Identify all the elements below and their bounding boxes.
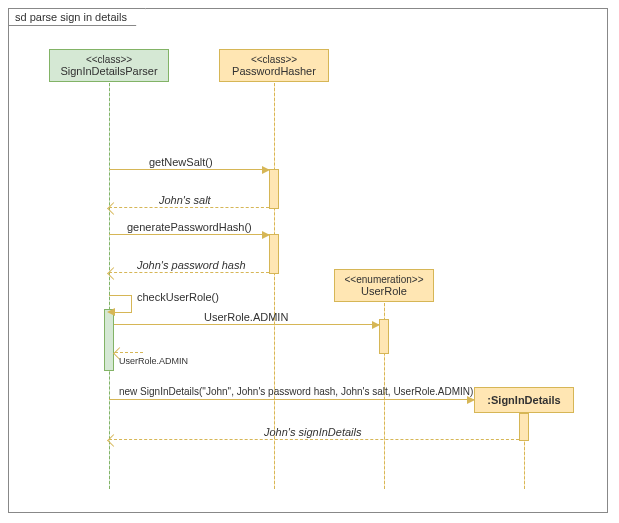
msg-label: UserRole.ADMIN [204,311,288,323]
activation-parser-self [104,309,114,371]
arrow-head-icon [262,166,270,174]
lifeline-name: PasswordHasher [226,65,322,77]
msg-genhash: generatePasswordHash() [109,234,269,235]
frame-title: sd parse sign in details [8,8,146,26]
lifeline-hasher: <<class>> PasswordHasher [219,49,329,82]
msg-new-signindetails: new SignInDetails("John", John's passwor… [109,399,474,400]
activation-details [519,413,529,441]
msg-userrole-admin: UserRole.ADMIN [114,324,379,325]
activation-userrole [379,319,389,354]
lifeline-stereo: <<enumeration>> [341,274,427,285]
activation-hasher-1 [269,169,279,209]
return-hash: John's password hash [109,272,269,273]
msg-label: UserRole.ADMIN [119,356,188,366]
arrow-head-icon [262,231,270,239]
return-userrole [115,352,143,353]
arrow-head-icon [372,321,380,329]
lifeline-parser: <<class>> SignInDetailsParser [49,49,169,82]
msg-label: generatePasswordHash() [127,221,252,233]
activation-hasher-2 [269,234,279,274]
msg-label: getNewSalt() [149,156,213,168]
lifeline-dash-parser [109,83,110,489]
lifeline-userrole: <<enumeration>> UserRole [334,269,434,302]
msg-label: John's salt [159,194,211,206]
msg-label: John's signInDetails [264,426,362,438]
lifeline-stereo: <<class>> [226,54,322,65]
msg-label: checkUserRole() [137,291,219,303]
return-signindetails: John's signInDetails [109,439,519,440]
lifeline-name: UserRole [341,285,427,297]
lifeline-name: SignInDetailsParser [56,65,162,77]
lifeline-name: :SignInDetails [481,394,567,406]
msg-label: John's password hash [137,259,246,271]
sequence-frame: sd parse sign in details <<class>> SignI… [8,8,608,513]
msg-label: new SignInDetails("John", John's passwor… [119,386,473,397]
self-checkuserrole [109,295,132,313]
return-salt: John's salt [109,207,269,208]
lifeline-details: :SignInDetails [474,387,574,413]
lifeline-stereo: <<class>> [56,54,162,65]
arrow-head-icon [107,308,115,316]
msg-getnewsalt: getNewSalt() [109,169,269,170]
